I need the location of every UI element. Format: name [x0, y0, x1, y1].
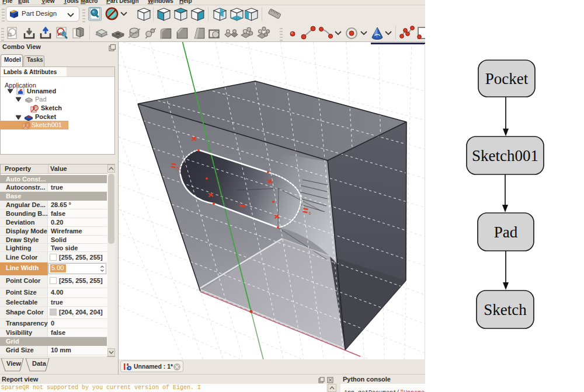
svg-text:5: 5 [177, 166, 179, 171]
svg-text:Pocket: Pocket [485, 70, 529, 88]
svg-text:Pad: Pad [494, 223, 518, 241]
svg-text:6: 6 [309, 211, 311, 216]
svg-text:Sketch: Sketch [484, 301, 527, 318]
svg-text:Sketch001: Sketch001 [472, 147, 538, 164]
